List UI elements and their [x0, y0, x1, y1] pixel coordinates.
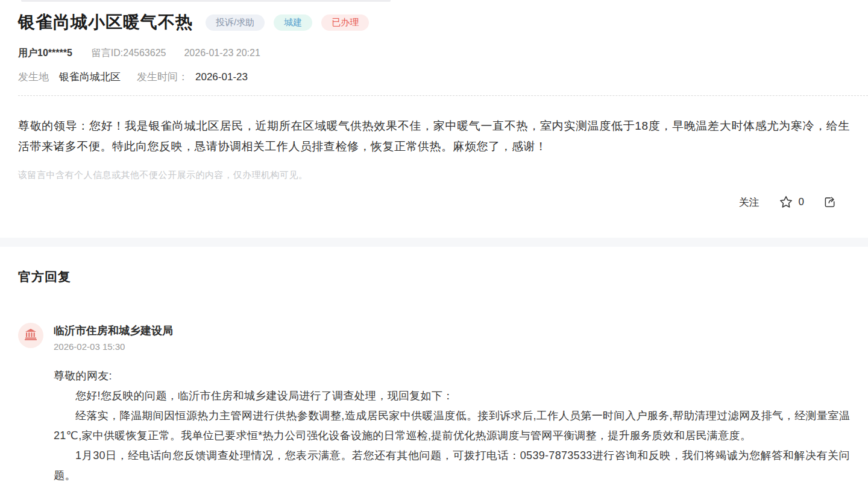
reply-paragraph: 1月30日，经电话向您反馈调查处理情况，您表示满意。若您还有其他问题，可拨打电话… — [54, 446, 850, 482]
post-timestamp: 2026-01-23 20:21 — [184, 48, 260, 59]
reply-timestamp: 2026-02-03 15:30 — [54, 341, 173, 352]
reply-section-title: 官方回复 — [18, 268, 850, 285]
post-title: 银雀尚城小区暖气不热 — [18, 11, 193, 34]
share-button[interactable] — [823, 195, 837, 209]
post-meta-row: 用户10*****5 留言ID:24563625 2026-01-23 20:2… — [18, 47, 850, 60]
status-badge: 已办理 — [321, 14, 369, 31]
reply-paragraph: 经落实，降温期间因恒源热力主管网进行供热参数调整,造成居民家中供暖温度低。接到诉… — [54, 406, 850, 446]
tag-complaint-type: 投诉/求助 — [206, 14, 265, 31]
privacy-note: 该留言中含有个人信息或其他不便公开展示的内容，仅办理机构可见。 — [18, 170, 850, 181]
username: 用户10*****5 — [18, 47, 72, 60]
star-count: 0 — [799, 196, 804, 208]
occur-time-value: 2026-01-23 — [195, 71, 248, 83]
top-edge-divider — [21, 0, 391, 2]
actions-row: 关注 0 — [18, 195, 850, 209]
follow-button[interactable]: 关注 — [739, 195, 760, 209]
reply-paragraph: 尊敬的网友: — [54, 366, 850, 386]
share-box-arrow-icon — [823, 195, 837, 209]
message-id: 留言ID:24563625 — [92, 47, 166, 60]
agency-info: 临沂市住房和城乡建设局 2026-02-03 15:30 — [54, 323, 173, 352]
reply-paragraph: 您好!您反映的问题，临沂市住房和城乡建设局进行了调查处理，现回复如下： — [54, 386, 850, 406]
government-building-icon — [24, 327, 38, 344]
star-icon — [779, 195, 793, 209]
complaint-detail-page: { "post": { "title": "银雀尚城小区暖气不热", "tags… — [0, 0, 868, 482]
location-meta-row: 发生地 银雀尚城北区 发生时间： 2026-01-23 — [18, 70, 850, 84]
section-divider-band — [0, 238, 868, 247]
follow-label: 关注 — [739, 195, 760, 209]
reply-author-card: 临沂市住房和城乡建设局 2026-02-03 15:30 — [18, 323, 850, 352]
reply-body: 尊敬的网友: 您好!您反映的问题，临沂市住房和城乡建设局进行了调查处理，现回复如… — [54, 366, 850, 482]
agency-name[interactable]: 临沂市住房和城乡建设局 — [54, 323, 173, 338]
official-reply-section: 官方回复 临沂市住房和城乡建设局 2026-02-03 15:30 尊敬的网友: — [0, 247, 868, 482]
star-button[interactable]: 0 — [779, 195, 804, 209]
post-body-text: 尊敬的领导：您好！我是银雀尚城北区居民，近期所在区域暖气供热效果不佳，家中暖气一… — [18, 116, 850, 157]
post-section: 银雀尚城小区暖气不热 投诉/求助 城建 已办理 用户10*****5 留言ID:… — [0, 0, 868, 209]
location-value: 银雀尚城北区 — [59, 70, 121, 84]
tag-category: 城建 — [274, 14, 312, 31]
dashed-divider — [18, 95, 868, 96]
occur-time-label: 发生时间： — [137, 70, 188, 84]
agency-avatar — [18, 323, 43, 348]
location-label: 发生地 — [18, 70, 49, 84]
title-row: 银雀尚城小区暖气不热 投诉/求助 城建 已办理 — [18, 11, 850, 34]
